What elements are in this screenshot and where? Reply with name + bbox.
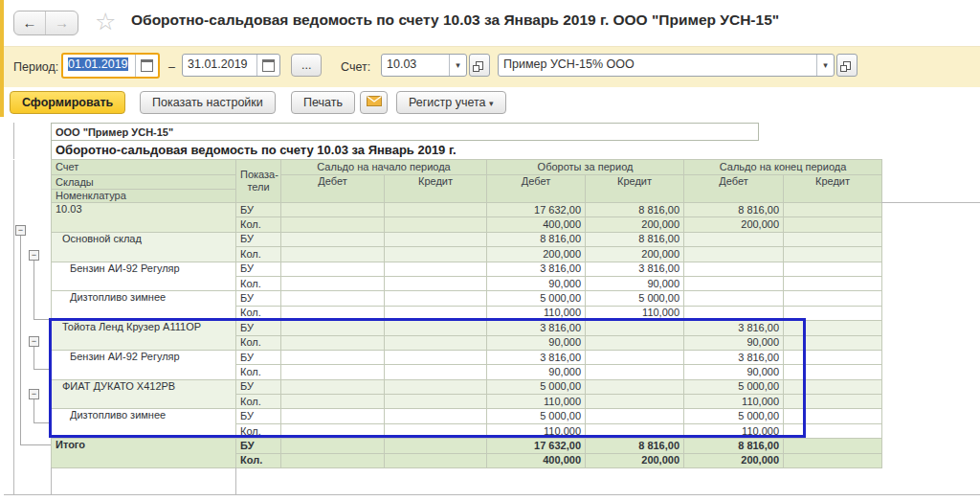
- header-credit[interactable]: Кредит: [784, 175, 882, 203]
- header-opening-balance[interactable]: Сальдо на начало периода: [281, 160, 487, 175]
- value-cell[interactable]: [281, 409, 385, 423]
- back-arrow-icon[interactable]: ←: [14, 11, 46, 34]
- value-cell[interactable]: [281, 276, 385, 290]
- value-cell[interactable]: 17 632,00: [487, 203, 586, 217]
- value-cell[interactable]: 8 816,00: [684, 439, 784, 453]
- calendar-button[interactable]: [256, 55, 279, 76]
- value-cell[interactable]: 200,000: [586, 453, 684, 467]
- value-cell[interactable]: [784, 409, 882, 423]
- indicator-cell[interactable]: Кол.: [236, 276, 281, 290]
- value-cell[interactable]: [385, 335, 487, 350]
- row-name[interactable]: Дизтопливо зимнее: [52, 409, 236, 439]
- value-cell[interactable]: [586, 335, 684, 350]
- value-cell[interactable]: [586, 379, 684, 394]
- header-debit[interactable]: Дебет: [281, 175, 385, 203]
- indicator-cell[interactable]: БУ: [236, 232, 281, 246]
- value-cell[interactable]: 8 816,00: [684, 203, 784, 217]
- row-name[interactable]: Основной склад: [52, 232, 236, 262]
- value-cell[interactable]: [385, 453, 487, 467]
- value-cell[interactable]: 90,000: [487, 276, 586, 290]
- value-cell[interactable]: [385, 291, 487, 306]
- collapse-button-warehouse-1[interactable]: −: [29, 250, 39, 261]
- value-cell[interactable]: [281, 321, 385, 335]
- indicator-cell[interactable]: Кол.: [236, 365, 281, 379]
- value-cell[interactable]: 90,000: [684, 335, 784, 350]
- value-cell[interactable]: [684, 276, 784, 290]
- value-cell[interactable]: [281, 335, 385, 350]
- value-cell[interactable]: 5 000,00: [586, 291, 684, 306]
- value-cell[interactable]: [586, 365, 684, 379]
- indicator-cell[interactable]: БУ: [236, 291, 281, 306]
- value-cell[interactable]: [281, 395, 385, 409]
- value-cell[interactable]: 8 816,00: [586, 203, 684, 217]
- value-cell[interactable]: [684, 291, 784, 306]
- value-cell[interactable]: [784, 247, 882, 262]
- chevron-down-icon[interactable]: ▾: [449, 55, 466, 76]
- print-button[interactable]: Печать: [291, 91, 355, 114]
- value-cell[interactable]: [784, 291, 882, 306]
- value-cell[interactable]: [385, 409, 487, 423]
- collapse-button-warehouse-3[interactable]: −: [29, 389, 39, 399]
- value-cell[interactable]: [281, 423, 385, 438]
- value-cell[interactable]: [385, 439, 487, 453]
- value-cell[interactable]: [784, 379, 882, 394]
- value-cell[interactable]: 200,000: [586, 247, 684, 262]
- value-cell[interactable]: 90,000: [487, 365, 586, 379]
- period-options-button[interactable]: ...: [291, 54, 322, 77]
- row-name[interactable]: Бензин АИ-92 Регуляр: [52, 350, 236, 379]
- favorite-star-icon[interactable]: ☆: [95, 7, 116, 35]
- value-cell[interactable]: [586, 423, 684, 438]
- collapse-button-warehouse-2[interactable]: −: [29, 336, 39, 347]
- value-cell[interactable]: [385, 276, 487, 290]
- value-cell[interactable]: [281, 262, 385, 276]
- value-cell[interactable]: [784, 217, 882, 232]
- value-cell[interactable]: 5 000,00: [487, 379, 586, 394]
- organization-open-button[interactable]: [836, 54, 858, 77]
- collapse-button-account[interactable]: −: [15, 225, 26, 236]
- value-cell[interactable]: 110,000: [487, 395, 586, 409]
- value-cell[interactable]: [784, 423, 882, 438]
- period-to-value[interactable]: 31.01.2019: [183, 55, 256, 76]
- value-cell[interactable]: [385, 379, 487, 394]
- value-cell[interactable]: 90,000: [487, 335, 586, 350]
- value-cell[interactable]: [586, 395, 684, 409]
- header-dim-warehouses[interactable]: Склады: [52, 175, 236, 190]
- value-cell[interactable]: [385, 365, 487, 379]
- value-cell[interactable]: [684, 306, 784, 320]
- value-cell[interactable]: [385, 203, 487, 217]
- account-combo[interactable]: 10.03 ▾: [381, 54, 467, 77]
- header-turnover[interactable]: Обороты за период: [487, 160, 684, 175]
- header-credit[interactable]: Кредит: [385, 175, 487, 203]
- value-cell[interactable]: [784, 439, 882, 453]
- value-cell[interactable]: [281, 203, 385, 217]
- value-cell[interactable]: 3 816,00: [487, 262, 586, 276]
- value-cell[interactable]: [784, 350, 882, 364]
- value-cell[interactable]: 5 000,00: [487, 291, 586, 306]
- organization-combo[interactable]: Пример УСН-15% ООО ▾: [498, 54, 835, 77]
- value-cell[interactable]: 110,000: [586, 306, 684, 320]
- period-to-field[interactable]: 31.01.2019: [182, 54, 280, 77]
- value-cell[interactable]: 5 000,00: [684, 379, 784, 394]
- value-cell[interactable]: [784, 365, 882, 379]
- value-cell[interactable]: [385, 232, 487, 246]
- indicator-cell[interactable]: БУ: [236, 203, 281, 217]
- value-cell[interactable]: [281, 232, 385, 246]
- value-cell[interactable]: 200,000: [586, 217, 684, 232]
- value-cell[interactable]: [784, 321, 882, 335]
- account-open-button[interactable]: [469, 54, 490, 77]
- value-cell[interactable]: 200,000: [684, 217, 784, 232]
- value-cell[interactable]: 3 816,00: [487, 350, 586, 364]
- value-cell[interactable]: [784, 395, 882, 409]
- value-cell[interactable]: [281, 453, 385, 467]
- header-debit[interactable]: Дебет: [487, 175, 586, 203]
- show-settings-button[interactable]: Показать настройки: [140, 91, 276, 114]
- value-cell[interactable]: [385, 350, 487, 364]
- value-cell[interactable]: 3 816,00: [586, 262, 684, 276]
- indicator-cell[interactable]: БУ: [236, 262, 281, 276]
- row-name[interactable]: ФИАТ ДУКАТО Х412РВ: [52, 379, 236, 409]
- value-cell[interactable]: [281, 247, 385, 262]
- chevron-down-icon[interactable]: ▾: [816, 55, 834, 76]
- value-cell[interactable]: [281, 306, 385, 320]
- indicator-cell[interactable]: Кол.: [236, 395, 281, 409]
- value-cell[interactable]: [784, 306, 882, 320]
